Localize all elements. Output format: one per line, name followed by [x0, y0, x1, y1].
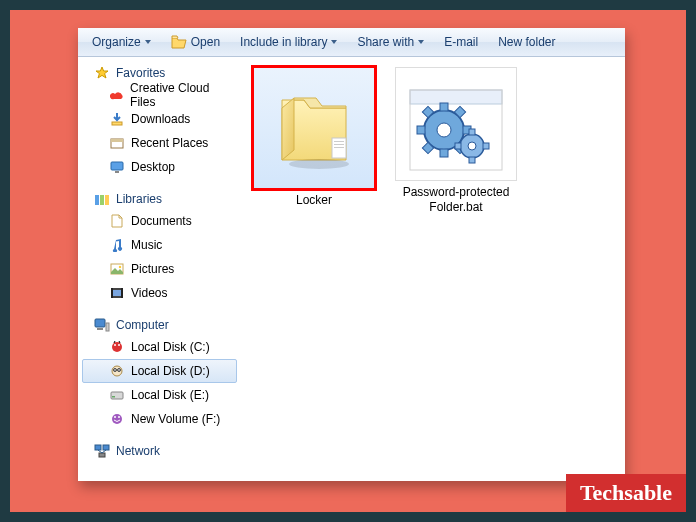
svg-rect-15	[97, 328, 103, 330]
chevron-down-icon	[145, 40, 151, 44]
svg-point-19	[118, 344, 120, 346]
watermark: Techsable	[566, 474, 686, 512]
svg-rect-36	[334, 147, 344, 148]
nav-group-libraries[interactable]: Libraries	[82, 189, 237, 209]
nav-item-drive-c[interactable]: Local Disk (C:)	[82, 335, 237, 359]
downloads-icon	[109, 111, 125, 127]
nav-item-music[interactable]: Music	[82, 233, 237, 257]
file-item-label: Password-protected Folder.bat	[391, 185, 521, 215]
organize-button[interactable]: Organize	[84, 31, 159, 53]
svg-rect-35	[334, 144, 344, 145]
nav-item-videos[interactable]: Videos	[82, 281, 237, 305]
svg-rect-45	[417, 126, 425, 134]
nav-group-favorites[interactable]: Favorites	[82, 63, 237, 83]
nav-item-recent-places[interactable]: Recent Places	[82, 131, 237, 155]
creative-cloud-icon	[109, 87, 124, 103]
email-button[interactable]: E-mail	[436, 31, 486, 53]
svg-point-23	[114, 369, 115, 370]
drive-icon	[109, 339, 125, 355]
folder-open-icon	[171, 34, 187, 50]
recent-places-icon	[109, 135, 125, 151]
folder-icon	[253, 67, 375, 189]
svg-rect-7	[105, 195, 109, 205]
svg-rect-14	[95, 319, 105, 327]
include-label: Include in library	[240, 35, 327, 49]
libraries-label: Libraries	[116, 192, 162, 206]
nav-item-desktop[interactable]: Desktop	[82, 155, 237, 179]
explorer-window: Organize Open Include in library	[78, 28, 625, 481]
svg-rect-32	[99, 453, 105, 457]
svg-rect-56	[455, 143, 461, 149]
nav-item-drive-f[interactable]: New Volume (F:)	[82, 407, 237, 431]
share-label: Share with	[357, 35, 414, 49]
include-in-library-button[interactable]: Include in library	[232, 31, 345, 53]
svg-rect-43	[440, 103, 448, 111]
svg-rect-44	[440, 149, 448, 157]
svg-rect-26	[112, 396, 115, 398]
nav-item-downloads[interactable]: Downloads	[82, 107, 237, 131]
batch-file-icon	[395, 67, 517, 181]
share-with-button[interactable]: Share with	[349, 31, 432, 53]
svg-rect-2	[111, 139, 123, 142]
svg-point-27	[112, 414, 122, 424]
drive-icon	[109, 411, 125, 427]
email-label: E-mail	[444, 35, 478, 49]
nav-item-creative-cloud[interactable]: Creative Cloud Files	[82, 83, 237, 107]
nav-group-network[interactable]: Network	[82, 441, 237, 461]
pictures-icon	[109, 261, 125, 277]
computer-icon	[94, 317, 110, 333]
svg-rect-57	[483, 143, 489, 149]
svg-rect-6	[100, 195, 104, 205]
svg-rect-4	[115, 171, 119, 173]
svg-rect-34	[334, 141, 344, 142]
svg-point-24	[118, 369, 119, 370]
svg-point-53	[468, 142, 476, 150]
drive-icon	[109, 363, 125, 379]
svg-rect-12	[111, 288, 113, 298]
star-icon	[94, 65, 110, 81]
svg-rect-31	[103, 445, 109, 450]
network-label: Network	[116, 444, 160, 458]
open-label: Open	[191, 35, 220, 49]
file-item-label: Locker	[249, 193, 379, 208]
chevron-down-icon	[331, 40, 337, 44]
new-folder-button[interactable]: New folder	[490, 31, 563, 53]
svg-rect-13	[121, 288, 123, 298]
svg-rect-5	[95, 195, 99, 205]
nav-item-documents[interactable]: Documents	[82, 209, 237, 233]
svg-rect-0	[112, 122, 122, 125]
desktop-icon	[109, 159, 125, 175]
network-icon	[94, 443, 110, 459]
svg-point-42	[437, 123, 451, 137]
svg-rect-55	[469, 157, 475, 163]
nav-item-pictures[interactable]: Pictures	[82, 257, 237, 281]
organize-label: Organize	[92, 35, 141, 49]
chevron-down-icon	[418, 40, 424, 44]
nav-group-computer[interactable]: Computer	[82, 315, 237, 335]
svg-rect-54	[469, 129, 475, 135]
computer-label: Computer	[116, 318, 169, 332]
open-button[interactable]: Open	[163, 31, 228, 53]
svg-rect-11	[112, 290, 122, 296]
file-item-locker[interactable]: Locker	[249, 67, 379, 208]
libraries-icon	[94, 191, 110, 207]
svg-rect-25	[111, 392, 123, 399]
nav-item-drive-d[interactable]: Local Disk (D:)	[82, 359, 237, 383]
drive-icon	[109, 387, 125, 403]
navigation-pane: Favorites Creative Cloud Files Downloads	[78, 57, 241, 481]
items-view[interactable]: Locker	[241, 57, 625, 481]
newfolder-label: New folder	[498, 35, 555, 49]
command-bar: Organize Open Include in library	[78, 28, 625, 57]
nav-item-drive-e[interactable]: Local Disk (E:)	[82, 383, 237, 407]
file-item-bat[interactable]: Password-protected Folder.bat	[391, 67, 521, 215]
svg-point-18	[114, 344, 116, 346]
documents-icon	[109, 213, 125, 229]
svg-rect-30	[95, 445, 101, 450]
svg-point-9	[119, 266, 121, 268]
svg-point-28	[114, 416, 116, 418]
favorites-label: Favorites	[116, 66, 165, 80]
svg-rect-3	[111, 162, 123, 170]
svg-point-17	[112, 342, 122, 352]
music-icon	[109, 237, 125, 253]
videos-icon	[109, 285, 125, 301]
